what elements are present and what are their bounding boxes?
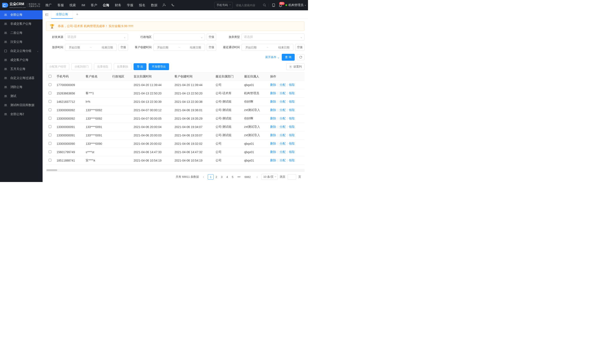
add-user-icon[interactable] bbox=[162, 3, 167, 7]
abandon-type-select[interactable]: 请选择 bbox=[242, 34, 305, 40]
row-delete-link[interactable]: 删除 bbox=[270, 83, 276, 87]
create-end-input[interactable] bbox=[188, 46, 203, 49]
row-claim-link[interactable]: 领取 bbox=[289, 117, 295, 120]
jump-page-input[interactable] bbox=[288, 174, 296, 180]
create-null-button[interactable]: 空值 bbox=[207, 44, 216, 51]
row-claim-link[interactable]: 领取 bbox=[289, 83, 295, 87]
region-select[interactable] bbox=[153, 34, 205, 40]
row-claim-link[interactable]: 领取 bbox=[289, 125, 295, 129]
page-number-1[interactable]: 1 bbox=[208, 174, 214, 180]
sidebar-item-0[interactable]: 全部公海 bbox=[0, 10, 43, 19]
abandon-end-input[interactable] bbox=[100, 46, 115, 49]
row-assign-link[interactable]: 分配 bbox=[280, 142, 286, 145]
sidebar-item-8[interactable]: 消防公海 bbox=[0, 83, 43, 92]
row-delete-link[interactable]: 删除 bbox=[270, 158, 276, 162]
abandon-start-input[interactable] bbox=[67, 46, 82, 49]
row-checkbox[interactable] bbox=[49, 125, 51, 128]
call-time-range[interactable]: ~ bbox=[242, 44, 293, 51]
nav-item-2[interactable]: 线索 bbox=[69, 3, 77, 7]
sidebar-item-3[interactable]: 注安公海 bbox=[0, 38, 43, 46]
sidebar-item-7[interactable]: 自定义公海过滤器 bbox=[0, 74, 43, 83]
row-assign-link[interactable]: 分配 bbox=[280, 117, 286, 120]
set-columns-button[interactable]: 设置列 bbox=[286, 63, 305, 70]
assign-manager-button[interactable]: 分配客户经理 bbox=[46, 63, 69, 70]
page-number-5[interactable]: 5 bbox=[230, 174, 235, 179]
export-button[interactable]: 导 出 bbox=[134, 63, 146, 70]
search-icon[interactable] bbox=[263, 3, 266, 7]
sidebar-toggle-icon[interactable] bbox=[43, 10, 51, 19]
sidebar-item-5[interactable]: 成交客户公海 bbox=[0, 55, 43, 65]
row-delete-link[interactable]: 删除 bbox=[270, 142, 276, 145]
row-checkbox[interactable] bbox=[49, 83, 51, 86]
nav-item-4[interactable]: 客户 bbox=[90, 3, 98, 7]
call-end-input[interactable] bbox=[276, 46, 291, 49]
row-checkbox[interactable] bbox=[49, 92, 51, 94]
row-checkbox[interactable] bbox=[49, 142, 51, 145]
row-assign-link[interactable]: 分配 bbox=[280, 133, 286, 137]
nav-item-1[interactable]: 客服 bbox=[57, 3, 65, 7]
bulk-delete-button[interactable]: 批量删除 bbox=[114, 63, 131, 70]
sidebar-item-2[interactable]: 二咨公海 bbox=[0, 28, 43, 38]
page-number-3[interactable]: 3 bbox=[219, 174, 224, 179]
call-null-button[interactable]: 空值 bbox=[295, 44, 305, 51]
row-claim-link[interactable]: 领取 bbox=[289, 150, 295, 154]
horizontal-scrollbar[interactable] bbox=[46, 169, 305, 171]
row-assign-link[interactable]: 分配 bbox=[280, 125, 286, 129]
expand-filters-link[interactable]: 展开条件⌄ bbox=[265, 55, 280, 59]
call-start-input[interactable] bbox=[244, 46, 258, 49]
nav-item-3[interactable]: IM bbox=[81, 3, 86, 7]
export-unencrypted-button[interactable]: 不加密导出 bbox=[149, 63, 169, 70]
row-checkbox[interactable] bbox=[49, 159, 51, 162]
sidebar-item-1[interactable]: 非成交客户公海 bbox=[0, 19, 43, 28]
assign-dept-button[interactable]: 分配到部门 bbox=[71, 63, 92, 70]
row-delete-link[interactable]: 删除 bbox=[270, 133, 276, 137]
row-claim-link[interactable]: 领取 bbox=[289, 91, 295, 95]
next-page-button[interactable]: › bbox=[255, 174, 259, 179]
prev-page-button[interactable]: ‹ bbox=[201, 174, 206, 179]
tablet-icon[interactable] bbox=[272, 3, 276, 7]
row-checkbox[interactable] bbox=[49, 134, 51, 136]
page-size-select[interactable]: 10 条/页 bbox=[261, 174, 278, 180]
bell-icon[interactable]: 99+ bbox=[279, 3, 282, 7]
bulk-claim-button[interactable]: 批量领取 bbox=[94, 63, 112, 70]
sidebar-item-4[interactable]: 自定义公海分组⌄ bbox=[0, 46, 43, 55]
row-checkbox[interactable] bbox=[49, 150, 51, 153]
user-menu[interactable]: 机构管理员 ▾ bbox=[285, 3, 306, 7]
row-checkbox[interactable] bbox=[49, 100, 51, 103]
row-delete-link[interactable]: 删除 bbox=[270, 125, 276, 129]
row-claim-link[interactable]: 领取 bbox=[289, 100, 295, 103]
create-time-range[interactable]: ~ bbox=[153, 44, 205, 51]
row-claim-link[interactable]: 领取 bbox=[289, 142, 295, 145]
last-page-button[interactable]: 6882 bbox=[243, 174, 253, 179]
row-assign-link[interactable]: 分配 bbox=[280, 91, 286, 95]
row-delete-link[interactable]: 删除 bbox=[270, 100, 276, 103]
tab-all-public-sea[interactable]: 全部公海 bbox=[51, 10, 73, 19]
search-type-select[interactable]: 手机号码 bbox=[214, 2, 233, 8]
row-assign-link[interactable]: 分配 bbox=[280, 83, 286, 87]
nav-item-6[interactable]: 财务 bbox=[114, 3, 122, 7]
row-assign-link[interactable]: 分配 bbox=[280, 108, 286, 112]
search-button[interactable]: 查 询 bbox=[282, 54, 295, 61]
sidebar-item-11[interactable]: 全部公海2 bbox=[0, 110, 43, 119]
row-delete-link[interactable]: 删除 bbox=[270, 117, 276, 120]
nav-item-0[interactable]: 推广 bbox=[45, 3, 53, 7]
row-claim-link[interactable]: 领取 bbox=[289, 108, 295, 112]
row-assign-link[interactable]: 分配 bbox=[280, 100, 286, 103]
sidebar-item-10[interactable]: 测试昨日回库数据 bbox=[0, 101, 43, 110]
row-claim-link[interactable]: 领取 bbox=[289, 133, 295, 137]
page-number-2[interactable]: 2 bbox=[214, 174, 219, 179]
row-assign-link[interactable]: 分配 bbox=[280, 158, 286, 162]
abandon-null-button[interactable]: 空值 bbox=[118, 44, 128, 51]
page-number-4[interactable]: 4 bbox=[225, 174, 230, 179]
add-tab-button[interactable]: + bbox=[73, 10, 81, 19]
select-all-checkbox[interactable] bbox=[49, 75, 51, 78]
nav-item-5[interactable]: 公海 bbox=[102, 3, 110, 7]
abandon-time-range[interactable]: ~ bbox=[65, 44, 117, 51]
row-checkbox[interactable] bbox=[49, 117, 51, 120]
row-assign-link[interactable]: 分配 bbox=[280, 150, 286, 154]
row-claim-link[interactable]: 领取 bbox=[289, 158, 295, 162]
sidebar-item-6[interactable]: 五月天公海 bbox=[0, 65, 43, 74]
nav-item-9[interactable]: 数据 bbox=[150, 3, 158, 7]
source-select[interactable]: 请选择 bbox=[65, 34, 128, 40]
search-input[interactable] bbox=[236, 4, 262, 7]
